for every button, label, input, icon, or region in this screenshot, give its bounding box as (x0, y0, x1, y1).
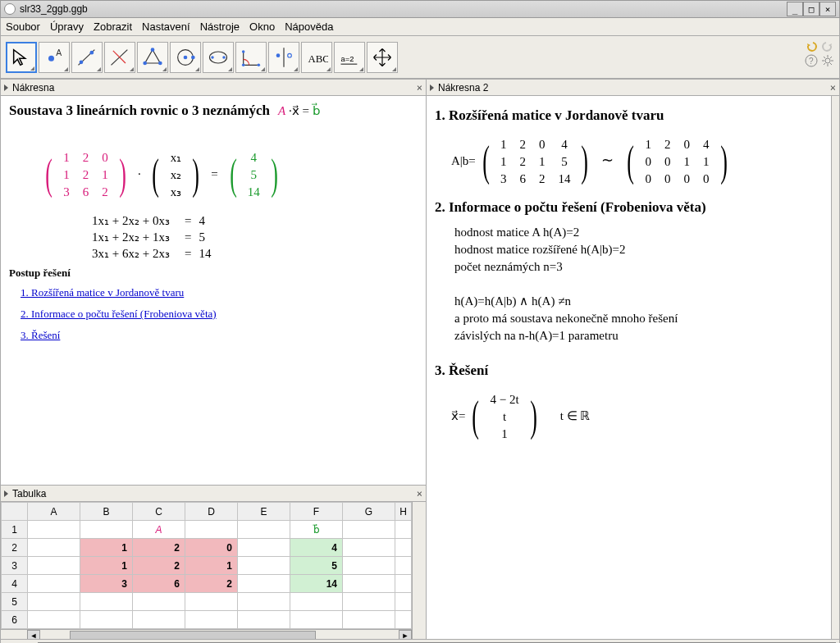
menu-upravy[interactable]: Úpravy (50, 21, 84, 33)
tool-perpendicular[interactable] (104, 42, 135, 73)
link-step1[interactable]: 1. Rozšířená matice v Jordanově tvaru (21, 286, 418, 299)
cell-D4[interactable]: 2 (185, 575, 238, 593)
svg-point-0 (48, 55, 54, 61)
sym-x: x⃗ (292, 104, 299, 117)
scroll-right-icon[interactable]: ► (399, 630, 412, 639)
vertical-scrollbar[interactable] (412, 502, 426, 639)
row-5[interactable]: 5 (2, 593, 28, 611)
tool-reflect[interactable] (268, 42, 299, 73)
right-h2: 2. Informace o počtu řešení (Frobeniova … (435, 199, 823, 216)
col-B[interactable]: B (80, 503, 133, 521)
help-icon[interactable]: ? (805, 54, 818, 67)
link-step2[interactable]: 2. Informace o počtu řešení (Frobeniova … (21, 308, 418, 321)
titlebar: slr33_2ggb.ggb _ □ × (0, 0, 840, 18)
row-2[interactable]: 2 (2, 539, 28, 557)
close-panel-icon[interactable]: × (830, 82, 836, 93)
cell-F1[interactable]: b⃗ (290, 521, 343, 539)
cell-D3[interactable]: 1 (185, 557, 238, 575)
panel-header-tabulka[interactable]: Tabulka × (1, 486, 426, 502)
minimize-button[interactable]: _ (787, 2, 803, 16)
panel-header-nakresna2[interactable]: Nákresna 2 × (427, 80, 839, 96)
nakresna-view[interactable]: Soustava 3 lineárních rovnic o 3 neznámý… (1, 96, 426, 485)
svg-point-21 (276, 53, 281, 57)
row-1[interactable]: 1 (2, 521, 28, 539)
collapse-triangle-icon[interactable] (4, 490, 8, 497)
tool-point[interactable]: A (39, 42, 70, 73)
tool-circle[interactable] (170, 42, 201, 73)
cell-F3[interactable]: 5 (290, 557, 343, 575)
nakresna2-view[interactable]: 1. Rozšířená matice v Jordanově tvaru A|… (427, 96, 831, 639)
close-panel-icon[interactable]: × (417, 82, 422, 93)
close-button[interactable]: × (819, 2, 836, 16)
svg-point-12 (184, 55, 188, 59)
cell-B4[interactable]: 3 (80, 575, 133, 593)
row-4[interactable]: 4 (2, 575, 28, 593)
cell-F2[interactable]: 4 (290, 539, 343, 557)
tool-text[interactable]: ABC (301, 42, 332, 73)
cell-C1[interactable]: A (133, 521, 185, 539)
tool-slider[interactable]: a=2 (334, 42, 365, 73)
cell-C4[interactable]: 6 (133, 575, 185, 593)
tool-move[interactable] (6, 42, 37, 73)
menu-nastaveni[interactable]: Nastavení (142, 21, 190, 33)
vector-b: 4514 (240, 148, 267, 201)
collapse-triangle-icon[interactable] (430, 84, 434, 91)
cell-B3[interactable]: 1 (80, 557, 133, 575)
menu-okno[interactable]: Okno (249, 21, 275, 33)
svg-point-15 (211, 56, 214, 59)
aug-matrix-L: 1204 1215 36214 (493, 135, 578, 188)
app-icon (4, 3, 16, 15)
tool-move-view[interactable] (367, 42, 398, 73)
svg-marker-7 (145, 49, 161, 62)
svg-text:?: ? (809, 57, 814, 66)
cell-F4[interactable]: 14 (290, 575, 343, 593)
col-G[interactable]: G (343, 503, 395, 521)
col-C[interactable]: C (133, 503, 185, 521)
col-H[interactable]: H (395, 503, 412, 521)
svg-point-19 (258, 63, 261, 66)
cell-B2[interactable]: 1 (80, 539, 133, 557)
sym-b: b⃗ (313, 104, 321, 117)
postup-heading: Postup řešení (9, 267, 418, 280)
maximize-button[interactable]: □ (803, 2, 819, 16)
equation-system: 1x₁ + 2x₂ + 0x₃=4 1x₁ + 2x₂ + 1x₃=5 3x₁ … (91, 212, 418, 262)
row-6[interactable]: 6 (2, 611, 28, 629)
input-bar: Vstup: (0, 640, 840, 643)
select-all-cell[interactable] (2, 503, 28, 521)
cell-C3[interactable]: 2 (133, 557, 185, 575)
menu-nastroje[interactable]: Nástroje (200, 21, 240, 33)
menu-soubor[interactable]: Soubor (6, 21, 40, 33)
col-A[interactable]: A (28, 503, 80, 521)
menu-zobrazit[interactable]: Zobrazit (94, 21, 132, 33)
menu-napoveda[interactable]: Nápověda (285, 21, 333, 33)
horizontal-scrollbar[interactable]: ◄ ► (1, 629, 412, 639)
spreadsheet[interactable]: A B C D E F G H 1Ab⃗ 21204 3121 (1, 502, 412, 629)
tool-angle[interactable] (235, 42, 267, 73)
cell-D2[interactable]: 0 (185, 539, 238, 557)
cell-C2[interactable]: 2 (133, 539, 185, 557)
col-D[interactable]: D (185, 503, 238, 521)
tool-conic[interactable] (203, 42, 234, 73)
close-panel-icon[interactable]: × (417, 488, 422, 499)
svg-point-17 (242, 63, 245, 66)
right-h3: 3. Řešení (435, 363, 823, 379)
left-title: Soustava 3 lineárních rovnic o 3 neznámý… (9, 103, 270, 119)
col-F[interactable]: F (290, 503, 343, 521)
collapse-triangle-icon[interactable] (4, 84, 8, 91)
svg-point-18 (242, 50, 245, 53)
row-3[interactable]: 3 (2, 557, 28, 575)
col-E[interactable]: E (238, 503, 290, 521)
svg-point-8 (151, 48, 155, 52)
link-step3[interactable]: 3. Řešení (21, 329, 418, 342)
undo-icon[interactable] (805, 39, 818, 52)
gear-icon[interactable] (821, 54, 834, 67)
svg-point-10 (143, 61, 147, 65)
sol-x-label: x⃗= (451, 409, 465, 422)
window-title: slr33_2ggb.ggb (20, 3, 88, 15)
redo-icon[interactable] (821, 39, 834, 52)
scroll-left-icon[interactable]: ◄ (27, 630, 40, 639)
tool-polygon[interactable] (137, 42, 168, 73)
panel-header-nakresna[interactable]: Nákresna × (1, 80, 426, 96)
vertical-scrollbar[interactable] (831, 96, 839, 639)
tool-line[interactable] (71, 42, 103, 73)
